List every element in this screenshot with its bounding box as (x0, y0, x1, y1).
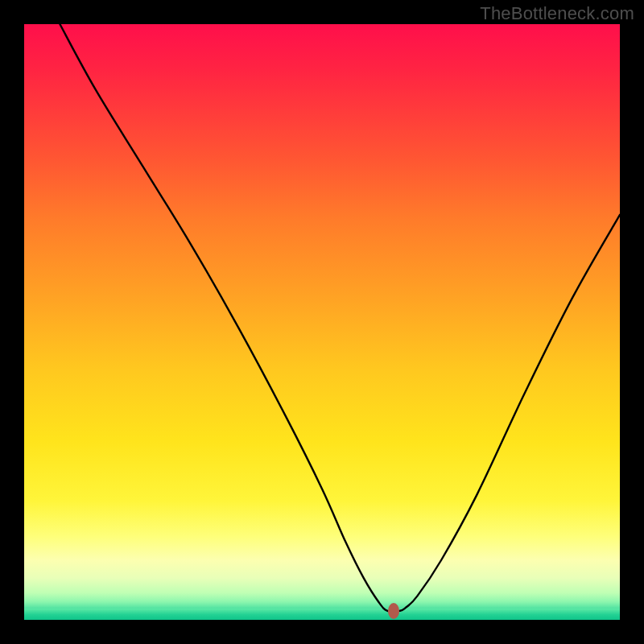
bottleneck-curve (60, 24, 620, 612)
watermark-text: TheBottleneck.com (480, 3, 634, 24)
chart-frame: TheBottleneck.com (0, 0, 644, 644)
curve-svg (24, 24, 620, 620)
optimal-point-marker (388, 603, 399, 619)
plot-area (24, 24, 620, 620)
